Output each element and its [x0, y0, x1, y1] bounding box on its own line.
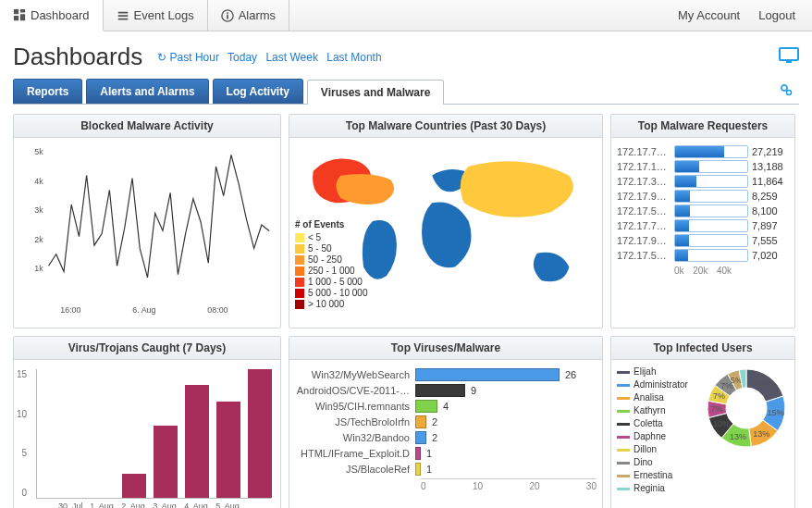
svg-text:13%: 13% [753, 429, 769, 439]
logout-link[interactable]: Logout [758, 8, 795, 22]
dashboard-tabs: Reports Alerts and Alarms Log Activity V… [13, 79, 799, 105]
svg-text:13%: 13% [730, 432, 746, 441]
virus-trojans-chart[interactable]: 151050 [36, 369, 271, 499]
tab-log-activity[interactable]: Log Activity [213, 79, 303, 104]
svg-point-6 [787, 91, 792, 95]
virus-row[interactable]: Win95/CIH.remnants 4 [295, 400, 597, 413]
map-north-america-2 [336, 174, 394, 204]
panel-vtc-title: Virus/Trojans Caught (7 Days) [14, 337, 280, 360]
requester-row[interactable]: 172.17.3… 11,864 [617, 175, 789, 188]
svg-rect-4 [786, 61, 792, 63]
map-asia [461, 161, 573, 217]
time-today[interactable]: Today [228, 51, 257, 64]
svg-text:4k: 4k [34, 177, 43, 186]
nav-dashboard[interactable]: Dashboard [0, 0, 104, 31]
requesters-chart[interactable]: 172.17.7… 27,219 172.17.1… 13,188 172.17… [617, 145, 789, 262]
map-legend: # of Events < 55 - 5050 - 250250 - 1 000… [295, 219, 368, 310]
vtc-x-axis: 30. Jul1. Aug2. Aug3. Aug4. Aug5. Aug [19, 502, 275, 508]
panel-top-countries: Top Malware Countries (Past 30 Days) # o… [289, 114, 603, 328]
svg-text:2k: 2k [34, 235, 43, 244]
panel-infected-title: Top Infected Users [611, 337, 794, 360]
svg-text:3k: 3k [34, 205, 43, 215]
svg-text:20%: 20% [756, 379, 772, 389]
time-last-week[interactable]: Last Week [265, 51, 317, 64]
info-icon [221, 9, 234, 22]
svg-rect-2 [227, 12, 228, 14]
panel-virus-trojans: Virus/Trojans Caught (7 Days) 151050 30.… [13, 336, 281, 508]
time-last-month[interactable]: Last Month [326, 51, 381, 64]
map-legend-title: # of Events [295, 219, 368, 230]
requesters-axis: 0k 20k 40k [617, 264, 789, 276]
topvm-axis: 0 10 20 30 [421, 478, 597, 491]
legend-item: Analisa [617, 391, 698, 404]
my-account-link[interactable]: My Account [678, 8, 740, 22]
panel-countries-title: Top Malware Countries (Past 30 Days) [289, 115, 602, 138]
list-icon [117, 9, 129, 22]
virus-row[interactable]: Win32/Bandoo 2 [295, 431, 597, 444]
legend-item: Administrator [617, 378, 698, 391]
monitor-icon[interactable] [779, 47, 799, 67]
panel-top-viruses: Top Viruses/Malware Win32/MyWebSearch 26… [289, 336, 603, 508]
svg-text:1k: 1k [34, 264, 43, 273]
svg-text:15%: 15% [768, 408, 784, 417]
requester-row[interactable]: 172.17.7… 7,897 [617, 219, 789, 232]
legend-item: Dillon [617, 443, 698, 456]
requester-row[interactable]: 172.17.5… 8,100 [617, 204, 789, 217]
panel-requesters-title: Top Malware Requesters [611, 115, 794, 138]
svg-text:08:00: 08:00 [207, 305, 228, 315]
nav-event-logs-label: Event Logs [134, 8, 194, 22]
legend-item: Coletta [617, 417, 698, 430]
virus-row[interactable]: JS/TechBroloIrfn 2 [295, 415, 597, 428]
map-australia [534, 253, 570, 282]
blocked-malware-chart[interactable]: 1k2k3k4k5k 16:006. Aug08:00 [19, 143, 275, 319]
svg-text:16:00: 16:00 [60, 305, 80, 315]
nav-event-logs[interactable]: Event Logs [104, 0, 208, 31]
nav-alarms[interactable]: Alarms [208, 0, 289, 31]
nav-dashboard-label: Dashboard [31, 8, 90, 22]
legend-item: Reginia [617, 482, 698, 495]
legend-item: Dino [617, 456, 698, 469]
tab-viruses-malware[interactable]: Viruses and Malware [307, 80, 445, 105]
svg-text:6. Aug: 6. Aug [132, 305, 155, 315]
nav-alarms-label: Alarms [239, 8, 276, 22]
legend-item: Daphne [617, 430, 698, 443]
requester-row[interactable]: 172.17.5… 7,020 [617, 249, 789, 262]
top-nav: Dashboard Event Logs Alarms My Account L… [0, 0, 812, 31]
time-past-hour[interactable]: Past Hour [157, 51, 219, 64]
settings-icon[interactable] [773, 79, 799, 104]
tab-alerts-alarms[interactable]: Alerts and Alarms [86, 79, 208, 104]
dashboard-icon [13, 8, 26, 21]
requester-row[interactable]: 172.17.9… 7,555 [617, 234, 789, 247]
svg-text:7%: 7% [711, 404, 723, 414]
top-viruses-chart[interactable]: Win32/MyWebSearch 26 AndroidOS/CVE-2011-… [295, 368, 597, 476]
legend-item: Ernestina [617, 469, 698, 482]
map-africa [422, 202, 471, 267]
tab-reports[interactable]: Reports [13, 79, 82, 104]
panel-blocked-malware: Blocked Malware Activity 1k2k3k4k5k 16:0… [13, 114, 281, 328]
page-title: Dashboards [13, 43, 142, 71]
virus-row[interactable]: AndroidOS/CVE-2011-… 9 [295, 384, 597, 397]
requester-row[interactable]: 172.17.7… 27,219 [617, 145, 789, 158]
panel-blocked-title: Blocked Malware Activity [14, 115, 280, 138]
svg-rect-3 [780, 48, 798, 60]
svg-text:10%: 10% [713, 419, 730, 428]
legend-item: Kathyrn [617, 404, 698, 417]
time-range-links: Past Hour Today Last Week Last Month [157, 51, 387, 64]
svg-text:5k: 5k [34, 147, 43, 156]
virus-row[interactable]: HTML/IFrame_Exploit.D 1 [295, 447, 597, 460]
infected-donut[interactable]: 20%15%13%13%10%7%7%7%5% [704, 366, 789, 451]
virus-row[interactable]: Win32/MyWebSearch 26 [295, 368, 597, 381]
svg-point-5 [781, 85, 787, 91]
svg-text:7%: 7% [713, 391, 725, 401]
requester-row[interactable]: 172.17.9… 8,259 [617, 190, 789, 203]
requester-row[interactable]: 172.17.1… 13,188 [617, 160, 789, 173]
svg-rect-1 [227, 15, 228, 19]
panel-topvm-title: Top Viruses/Malware [289, 337, 602, 360]
legend-item: Elijah [617, 366, 698, 378]
panel-infected-users: Top Infected Users ElijahAdministratorAn… [610, 336, 795, 508]
virus-row[interactable]: JS/BlacoleRef 1 [295, 463, 597, 476]
infected-legend: ElijahAdministratorAnalisaKathyrnColetta… [617, 366, 698, 495]
panel-top-requesters: Top Malware Requesters 172.17.7… 27,219 … [610, 114, 795, 328]
